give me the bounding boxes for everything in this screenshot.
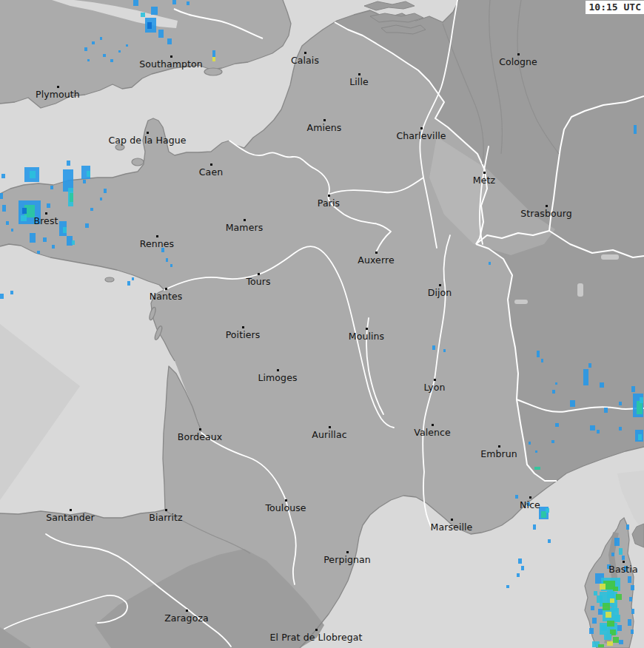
city-dot (45, 212, 47, 215)
city-label: Charleville (396, 130, 446, 141)
city-label: Poitiers (226, 329, 261, 340)
timestamp-badge: 10:15 UTC (586, 1, 644, 14)
city-dot (170, 55, 172, 58)
city-label: Valence (414, 427, 451, 438)
city-label: Paris (318, 198, 340, 209)
city-dot (517, 53, 520, 55)
city-label: Toulouse (265, 502, 306, 513)
city-dot (483, 172, 486, 174)
city-dot (285, 499, 287, 502)
city-label-layer: SouthamptonPlymouthCalaisLilleCologneAmi… (0, 0, 644, 648)
city-label: Embrun (480, 448, 517, 459)
city-dot (70, 509, 72, 511)
city-label: Marseille (431, 522, 473, 533)
city-dot (366, 328, 368, 330)
city-dot (358, 73, 360, 75)
city-label: Brest (33, 215, 58, 226)
city-dot (434, 379, 436, 381)
city-dot (258, 273, 260, 275)
city-label: Bordeaux (178, 431, 223, 442)
city-dot (375, 252, 378, 254)
city-label: Cologne (499, 56, 537, 67)
city-label: Amiens (307, 122, 342, 133)
city-dot (346, 551, 349, 553)
city-label: Lyon (423, 382, 445, 393)
city-dot (498, 445, 500, 448)
city-dot (156, 235, 158, 237)
city-label: Caen (199, 166, 223, 178)
city-dot (328, 195, 330, 197)
city-dot (315, 629, 318, 631)
city-dot (329, 426, 331, 428)
city-label: Perpignan (323, 554, 371, 565)
city-label: Biarritz (149, 512, 183, 523)
city-dot (199, 428, 201, 431)
city-dot (57, 86, 59, 88)
city-label: Plymouth (36, 89, 80, 100)
city-label: Santander (46, 512, 95, 523)
city-dot (304, 52, 306, 54)
city-dot (242, 326, 244, 328)
city-label: Dijon (428, 287, 452, 298)
city-dot (323, 119, 326, 121)
city-dot (277, 369, 279, 371)
city-dot (529, 496, 531, 499)
city-dot (165, 509, 167, 511)
city-label: Lille (349, 76, 369, 87)
city-dot (165, 288, 167, 290)
city-dot (432, 424, 434, 426)
city-dot (186, 610, 188, 612)
city-label: Southampton (139, 58, 203, 70)
city-label: Tours (246, 276, 270, 287)
city-label: El Prat de Llobregat (269, 632, 362, 643)
city-label: Nice (520, 499, 540, 510)
city-dot (147, 132, 149, 134)
city-label: Mamers (226, 222, 264, 233)
city-dot (623, 561, 625, 563)
city-label: Limoges (258, 372, 297, 383)
city-dot (244, 219, 246, 221)
city-label: Calais (291, 55, 319, 66)
city-label: Aurillac (312, 429, 346, 440)
city-dot (439, 284, 441, 286)
city-dot (546, 205, 548, 207)
city-label: Strasbourg (520, 208, 572, 219)
city-label: Nantes (150, 291, 183, 302)
city-label: Zaragoza (164, 612, 209, 624)
city-dot (451, 519, 453, 521)
weather-radar-map: SouthamptonPlymouthCalaisLilleCologneAmi… (0, 0, 644, 648)
city-dot (210, 163, 212, 166)
city-label: Metz (473, 175, 495, 186)
city-label: Auxerre (358, 254, 394, 266)
city-label: Rennes (140, 238, 174, 249)
city-label: Cap de la Hague (108, 135, 186, 146)
city-dot (420, 127, 423, 129)
city-label: Moulins (349, 331, 384, 342)
city-label: Bastia (608, 564, 637, 575)
